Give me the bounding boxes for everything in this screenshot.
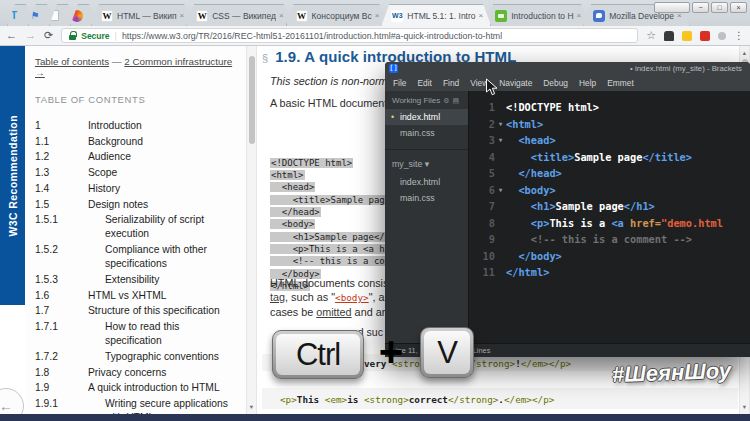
tab-favicon: T	[8, 10, 20, 22]
chrome-menu-icon[interactable]: ⋮	[734, 30, 744, 41]
toc-item[interactable]: 1.1 Background	[35, 135, 242, 149]
window-maximize-button[interactable]: □	[711, 2, 728, 13]
toc-item-label[interactable]: Extensibility	[88, 273, 242, 287]
project-file-item[interactable]: index.html	[385, 174, 468, 190]
tab-close-icon[interactable]: ×	[375, 11, 380, 20]
code-line[interactable]: 6 ▼ <body>	[469, 182, 750, 199]
tab-close-icon[interactable]: ×	[180, 11, 185, 20]
toc-item[interactable]: 1.9 A quick introduction to HTML	[35, 381, 242, 395]
address-bar[interactable]: Secure | https://www.w3.org/TR/2016/REC-…	[61, 28, 638, 43]
toc-item-label[interactable]: History	[88, 182, 242, 196]
toc-item[interactable]: 1 Introduction	[35, 119, 242, 133]
editor-menu-item[interactable]: Help	[579, 78, 596, 88]
toc-item[interactable]: 1.7.1 How to read this specification	[35, 320, 242, 348]
working-file-item[interactable]: main.css	[385, 125, 468, 141]
toc-scrollbar[interactable]: ▾	[246, 46, 257, 415]
toc-item[interactable]: 1.5.1 Serializability of script executio…	[35, 213, 242, 241]
code-line[interactable]: 11 </html>	[469, 264, 750, 281]
editor-titlebar[interactable]: [] • index.html (my_site) - Brackets	[385, 62, 750, 75]
toc-item-label[interactable]: Compliance with other specifications	[88, 243, 242, 271]
browser-tab[interactable]: W Консорциум Вс ×	[286, 4, 388, 26]
toc-item-label[interactable]: HTML vs XHTML	[88, 289, 242, 303]
editor-menu-item[interactable]: Navigate	[499, 78, 532, 88]
back-icon[interactable]: ←	[6, 30, 17, 41]
page-scroll-down-icon[interactable]: ▾	[740, 403, 749, 411]
toc-item-label[interactable]: Introduction	[88, 119, 242, 133]
editor-code-area[interactable]: 1 <!DOCTYPE html> 2 ▼ <html> 3 ▼ <head>	[469, 91, 750, 343]
reload-icon[interactable]: ⟳	[44, 30, 53, 41]
toc-item[interactable]: 1.5.3 Extensibility	[35, 273, 242, 287]
toc-item-label[interactable]: A quick introduction to HTML	[88, 381, 242, 395]
toc-item-label[interactable]: Scope	[88, 166, 242, 180]
code-line[interactable]: 8 <p>This is a <a href="demo.html	[469, 215, 750, 232]
tab-close-icon[interactable]: ×	[577, 11, 582, 20]
editor-menu-item[interactable]: File	[393, 78, 407, 88]
gear-icon[interactable]: ⚙	[443, 97, 449, 105]
toc-item-label[interactable]: Serializability of script execution	[88, 213, 242, 241]
toc-scroll-down-icon[interactable]: ▾	[247, 403, 256, 411]
toc-item[interactable]: 1.2 Audience	[35, 150, 242, 164]
project-file-item[interactable]: main.css	[385, 190, 468, 206]
selected-code-line: <!DOCTYPE html>	[270, 158, 353, 168]
code-line[interactable]: 10 </body>	[469, 248, 750, 265]
toc-breadcrumb: Table of contents — 2 Common infrastruct…	[35, 56, 242, 78]
fold-arrow-icon[interactable]: ▼	[499, 120, 503, 127]
selected-code-line: <p>This is a <a hr	[270, 244, 391, 254]
editor-menu-item[interactable]: Debug	[543, 78, 568, 88]
section-permalink-icon[interactable]: §	[262, 52, 268, 64]
browser-tab[interactable]: W CSS — Википед ×	[186, 4, 291, 26]
tab-close-icon[interactable]: ×	[479, 11, 484, 20]
secure-label[interactable]: Secure	[81, 31, 109, 41]
code-line[interactable]: 9 <!-- this is a comment -->	[469, 231, 750, 248]
window-profile-badge[interactable]	[654, 2, 690, 13]
url-text[interactable]: https://www.w3.org/TR/2016/REC-html51-20…	[122, 31, 502, 41]
fold-arrow-icon[interactable]: ▼	[499, 136, 503, 143]
browser-tab[interactable]: W3 HTML 5.1: 1. Intro ×	[381, 4, 491, 26]
project-dropdown[interactable]: my_site ▾	[385, 156, 468, 174]
page-scroll-up-icon[interactable]: ▴	[740, 49, 749, 57]
toc-item-label[interactable]: Design notes	[88, 198, 242, 212]
extension-icon-red[interactable]	[700, 31, 710, 41]
fold-arrow-icon[interactable]: ▼	[499, 186, 503, 193]
toc-item[interactable]: 1.4 History	[35, 182, 242, 196]
code-line[interactable]: 5 </head>	[469, 165, 750, 182]
toc-item[interactable]: 1.5 Design notes	[35, 198, 242, 212]
toc-item-label[interactable]: Typographic conventions	[88, 350, 242, 364]
toc-item-label[interactable]: How to read this specification	[88, 320, 242, 348]
toc-item[interactable]: 1.3 Scope	[35, 166, 242, 180]
window-close-button[interactable]: ×	[730, 2, 747, 13]
toc-item-label[interactable]: Writing secure applications with HTML	[88, 397, 242, 415]
window-minimize-button[interactable]: −	[692, 2, 709, 13]
code-line[interactable]: 1 <!DOCTYPE html>	[469, 99, 750, 116]
code-line[interactable]: 7 <h1>Sample page</h1>	[469, 198, 750, 215]
left-arrow-icon: ←	[0, 398, 13, 414]
working-file-item[interactable]: • index.html	[385, 109, 468, 125]
split-view-icon[interactable]: ▤	[453, 97, 460, 105]
editor-menu-item[interactable]: Find	[443, 78, 459, 88]
tab-close-icon[interactable]: ×	[279, 11, 284, 20]
toc-item-label[interactable]: Structure of this specification	[88, 304, 242, 318]
toc-item-label[interactable]: Audience	[88, 150, 242, 164]
toc-item[interactable]: 1.9.1 Writing secure applications with H…	[35, 397, 242, 415]
forward-icon[interactable]: →	[25, 30, 36, 41]
code-line[interactable]: 2 ▼ <html>	[469, 116, 750, 133]
toc-item[interactable]: 1.7 Structure of this specification	[35, 304, 242, 318]
code-line[interactable]: 3 ▼ <head>	[469, 132, 750, 149]
extension-icon-dark[interactable]	[664, 31, 674, 41]
toc-link[interactable]: Table of contents	[35, 56, 109, 67]
extension-icon-disabled[interactable]	[718, 32, 726, 40]
editor-menu-item[interactable]: Edit	[418, 78, 432, 88]
toc-item[interactable]: 1.8 Privacy concerns	[35, 366, 242, 380]
toc-item[interactable]: 1.5.2 Compliance with other specificatio…	[35, 243, 242, 271]
bookmark-star-icon[interactable]: ☆	[646, 29, 656, 42]
editor-menu-item[interactable]: Emmet	[607, 78, 634, 88]
toc-item[interactable]: 1.7.2 Typographic conventions	[35, 350, 242, 364]
toc-item-label[interactable]: Background	[88, 135, 242, 149]
toc-scrollbar-thumb[interactable]	[249, 56, 255, 144]
code-line[interactable]: 4 <title>Sample page</title>	[469, 149, 750, 166]
browser-tab[interactable]: W HTML — Викип ×	[91, 4, 192, 26]
toc-item-label[interactable]: Privacy concerns	[88, 366, 242, 380]
extension-icon-yellow[interactable]	[682, 31, 692, 41]
toc-item[interactable]: 1.6 HTML vs XHTML	[35, 289, 242, 303]
browser-tab[interactable]: Introduction to H ×	[485, 4, 589, 26]
